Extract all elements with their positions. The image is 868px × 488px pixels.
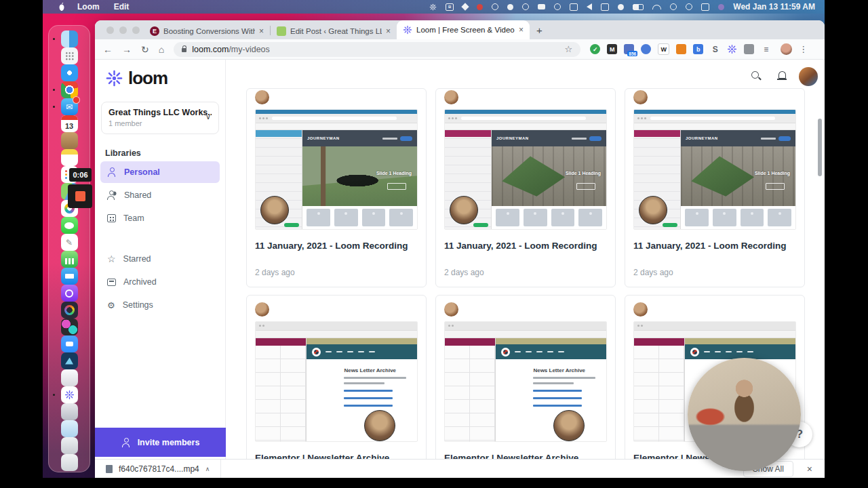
keynote-dock-icon[interactable] [61, 268, 78, 285]
battery-icon[interactable] [633, 4, 644, 10]
new-tab-button[interactable]: + [536, 24, 542, 36]
url-text[interactable]: loom.com/my-videos [192, 45, 270, 54]
video-thumbnail[interactable]: JOURNEYMAN Slide 1 Heading [444, 109, 607, 230]
video-title[interactable]: 11 January, 2021 - Loom Recording [633, 241, 796, 251]
trash-dock-icon[interactable] [61, 454, 78, 471]
creative-cloud-dock-icon[interactable] [61, 302, 78, 319]
sidebar-item-personal[interactable]: Personal [100, 161, 220, 183]
bell-icon[interactable] [777, 70, 787, 81]
m-ext-icon[interactable]: M [607, 44, 617, 54]
scrollbar-thumb[interactable] [818, 119, 822, 176]
s-ext-icon[interactable]: S [710, 44, 720, 54]
video-card[interactable]: JOURNEYMAN Slide 1 Heading 11 January, 2… [435, 88, 616, 287]
download-filename[interactable]: f640c767817c4....mp4 [119, 464, 199, 474]
minimize-window-button[interactable] [119, 26, 127, 34]
invite-members-button[interactable]: Invite members [95, 428, 226, 457]
home-icon[interactable]: ⌂ [159, 44, 164, 55]
search-icon[interactable] [751, 71, 762, 81]
metamask-fox-icon[interactable] [676, 44, 686, 54]
launchpad-dock-icon[interactable] [61, 47, 78, 64]
close-tab-icon[interactable]: × [386, 26, 391, 36]
downloads-dock-icon[interactable] [61, 437, 78, 454]
adblock-check-icon[interactable]: ✓ [590, 44, 600, 54]
mail-dock-icon[interactable]: ✉ [61, 98, 78, 115]
contacts-dock-icon[interactable] [61, 132, 78, 149]
shield-icon[interactable] [492, 3, 498, 10]
chrome-menu-icon[interactable]: ⋮ [799, 44, 808, 54]
fast-user-switching-icon[interactable] [670, 3, 677, 10]
video-card[interactable]: News Letter Archive Elementor | Newslett… [435, 295, 616, 460]
video-card[interactable]: News Letter Archive Elementor | Newslett… [246, 295, 427, 460]
finder-dock-icon[interactable] [61, 30, 78, 47]
sidebar-item-settings[interactable]: ⚙ Settings [100, 294, 220, 316]
companion-app-icon[interactable] [718, 4, 724, 10]
keyboard-icon[interactable] [538, 4, 545, 9]
padlock-icon[interactable] [182, 48, 186, 52]
zoom-window-button[interactable] [132, 26, 140, 34]
tab-edit-post[interactable]: Edit Post ‹ Great Things LLC — × [271, 22, 397, 39]
podcasts-dock-icon[interactable] [61, 285, 78, 302]
video-card[interactable]: JOURNEYMAN Slide 1 Heading 11 January, 2… [246, 88, 427, 287]
menu-clock[interactable]: Wed Jan 13 11:59 AM [733, 2, 815, 12]
forward-icon[interactable]: → [122, 44, 132, 55]
close-tab-icon[interactable]: × [519, 25, 524, 35]
close-tab-icon[interactable]: × [259, 26, 264, 36]
video-title[interactable]: 11 January, 2021 - Loom Recording [255, 241, 418, 251]
sidebar-item-shared[interactable]: Shared [100, 184, 220, 206]
webcam-overlay[interactable] [688, 358, 801, 471]
coupon-b-icon[interactable]: b [693, 44, 703, 54]
display-icon[interactable] [601, 3, 609, 11]
bookmark-star-icon[interactable]: ☆ [565, 44, 573, 54]
download-item[interactable]: f640c767817c4....mp4 ∧ [95, 460, 221, 478]
video-thumbnail[interactable]: News Letter Archive [444, 321, 607, 442]
safari-dock-icon[interactable] [61, 64, 78, 81]
dropbox-icon[interactable] [462, 3, 469, 10]
sidebar-item-archived[interactable]: Archived [100, 271, 220, 293]
time-machine-icon[interactable] [554, 3, 561, 10]
folder-dock-icon[interactable] [61, 420, 78, 437]
sidebar-item-starred[interactable]: ☆ Starred [100, 248, 220, 270]
stop-recording-button[interactable] [68, 184, 92, 208]
window-controls[interactable] [106, 26, 140, 34]
reload-icon[interactable]: ↻ [141, 44, 149, 55]
volume-icon[interactable] [587, 3, 592, 10]
wikipedia-w-icon[interactable]: W [658, 43, 669, 55]
loom-logo[interactable]: loom [105, 68, 167, 89]
play-icon[interactable] [522, 3, 529, 10]
user-avatar[interactable] [799, 67, 818, 86]
presenter-ext-icon[interactable] [641, 44, 651, 54]
control-center-icon[interactable] [701, 3, 709, 11]
extensions-puzzle-icon[interactable] [744, 44, 754, 54]
calendar-dock-icon[interactable]: 13 [61, 115, 78, 132]
workspace-selector[interactable]: Great Things LLC Works... 1 member ∨ [101, 102, 219, 134]
bluetooth-icon[interactable] [618, 4, 624, 10]
wifi-icon[interactable] [652, 5, 661, 9]
app-settings-icon[interactable] [429, 3, 437, 11]
counter-ext-icon[interactable]: 856 [624, 44, 634, 54]
video-thumbnail[interactable]: JOURNEYMAN Slide 1 Heading [633, 109, 796, 230]
reading-list-icon[interactable]: ≡ [761, 44, 771, 54]
system-utility-dock-icon[interactable] [61, 369, 78, 386]
final-cut-dock-icon[interactable] [61, 319, 78, 336]
notes-dock-icon[interactable] [61, 149, 78, 166]
address-bar[interactable]: loom.com/my-videos ☆ [174, 42, 580, 57]
affinity-dock-icon[interactable] [61, 352, 78, 369]
tab-loom-active[interactable]: Loom | Free Screen & Video Re × [397, 20, 530, 39]
messages-dock-icon[interactable] [61, 217, 78, 234]
chevron-up-icon[interactable]: ∧ [205, 466, 210, 472]
video-thumbnail[interactable]: JOURNEYMAN Slide 1 Heading [255, 109, 418, 230]
close-window-button[interactable] [106, 26, 114, 34]
sidebar-item-team[interactable]: Team [100, 207, 220, 229]
back-icon[interactable]: ← [103, 44, 113, 55]
chrome-profile-avatar[interactable] [781, 43, 792, 55]
video-thumbnail[interactable]: News Letter Archive [255, 321, 418, 442]
numbers-dock-icon[interactable] [61, 251, 78, 268]
documents-dock-icon[interactable] [61, 403, 78, 420]
video-card[interactable]: JOURNEYMAN Slide 1 Heading 11 January, 2… [625, 88, 805, 287]
textedit-dock-icon[interactable]: ✎ [61, 234, 78, 251]
notifications-app-icon[interactable] [477, 4, 483, 10]
close-shelf-icon[interactable]: × [807, 464, 812, 474]
spotlight-search-icon[interactable] [686, 3, 692, 10]
video-title[interactable]: 11 January, 2021 - Loom Recording [444, 241, 607, 251]
menu-item-edit[interactable]: Edit [114, 2, 130, 12]
